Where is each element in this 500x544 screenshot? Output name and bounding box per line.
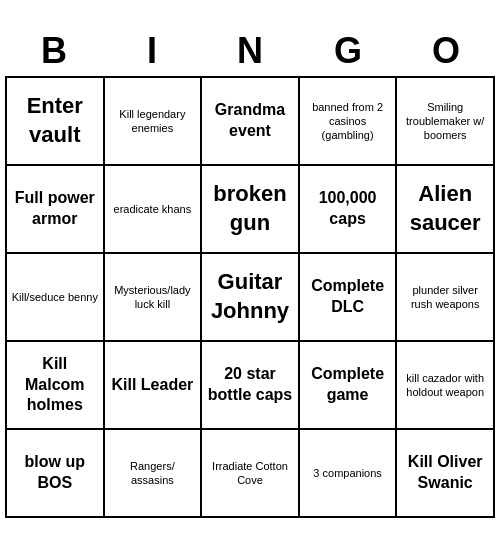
bingo-cell-11: Mysterious/lady luck kill [105,254,203,342]
bingo-cell-10: Kill/seduce benny [7,254,105,342]
bingo-cell-12: Guitar Johnny [202,254,300,342]
bingo-cell-9: Alien saucer [397,166,495,254]
bingo-cell-20: blow up BOS [7,430,105,518]
bingo-cell-8: 100,000 caps [300,166,398,254]
letter-g: G [303,30,393,72]
bingo-card: B I N G O Enter vaultKill legendary enem… [5,26,495,518]
bingo-cell-0: Enter vault [7,78,105,166]
bingo-cell-19: kill cazador with holdout weapon [397,342,495,430]
bingo-cell-24: Kill Oliver Swanic [397,430,495,518]
bingo-cell-21: Rangers/ assasins [105,430,203,518]
bingo-cell-15: Kill Malcom holmes [7,342,105,430]
letter-i: I [107,30,197,72]
bingo-cell-3: banned from 2 casinos (gambling) [300,78,398,166]
bingo-cell-22: Irradiate Cotton Cove [202,430,300,518]
bingo-cell-17: 20 star bottle caps [202,342,300,430]
bingo-cell-16: Kill Leader [105,342,203,430]
bingo-cell-7: broken gun [202,166,300,254]
bingo-header: B I N G O [5,26,495,76]
bingo-cell-1: Kill legendary enemies [105,78,203,166]
bingo-cell-5: Full power armor [7,166,105,254]
letter-n: N [205,30,295,72]
bingo-cell-23: 3 companions [300,430,398,518]
bingo-cell-13: Complete DLC [300,254,398,342]
bingo-cell-18: Complete game [300,342,398,430]
bingo-grid: Enter vaultKill legendary enemiesGrandma… [5,76,495,518]
bingo-cell-4: Smiling troublemaker w/ boomers [397,78,495,166]
letter-o: O [401,30,491,72]
letter-b: B [9,30,99,72]
bingo-cell-14: plunder silver rush weapons [397,254,495,342]
bingo-cell-2: Grandma event [202,78,300,166]
bingo-cell-6: eradicate khans [105,166,203,254]
